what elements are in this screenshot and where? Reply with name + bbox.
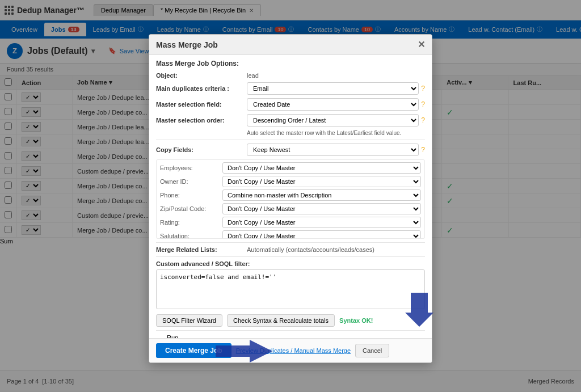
modal-overlay: Mass Merge Job ✕ Mass Merge Job Options:… bbox=[0, 0, 581, 391]
merge-related-label: Merge Related Lists: bbox=[156, 246, 247, 253]
auto-select-note: Auto select the master row with the Late… bbox=[247, 130, 425, 136]
master-selection-field-select[interactable]: Created Date bbox=[247, 98, 419, 111]
modal-header: Mass Merge Job ✕ bbox=[149, 35, 432, 55]
svg-marker-1 bbox=[216, 340, 272, 363]
modal: Mass Merge Job ✕ Mass Merge Job Options:… bbox=[149, 34, 432, 363]
cancel-button[interactable]: Cancel bbox=[355, 344, 389, 357]
main-dup-criteria-select[interactable]: Email bbox=[247, 82, 419, 95]
modal-body: Mass Merge Job Options: Object: lead Mai… bbox=[149, 55, 432, 338]
master-selection-order-label: Master selection order: bbox=[156, 117, 247, 124]
main-dup-criteria-row: Main duplicates criteria : Email ? bbox=[156, 82, 425, 95]
modal-footer: Create Merge Job Preview Duplicates / Ma… bbox=[149, 338, 432, 363]
copy-field-label: Rating: bbox=[160, 219, 222, 226]
copy-fields-item: Employees: Don't Copy / Use Master bbox=[160, 162, 421, 174]
soql-wizard-button[interactable]: SOQL Filter Wizard bbox=[156, 314, 222, 327]
master-selection-order-select[interactable]: Descending Order / Latest bbox=[247, 114, 419, 127]
merge-related-row: Merge Related Lists: Automatically (cont… bbox=[156, 246, 425, 253]
arrow-down-right-icon bbox=[394, 290, 433, 330]
svg-marker-0 bbox=[399, 293, 433, 327]
copy-fields-main-select[interactable]: Keep Newest bbox=[247, 144, 419, 156]
filter-buttons: SOQL Filter Wizard Check Syntax & Recalc… bbox=[156, 314, 425, 327]
copy-field-select[interactable]: Don't Copy / Use Master bbox=[222, 203, 421, 214]
master-selection-field-label: Master selection field: bbox=[156, 101, 247, 108]
copy-field-label: Employees: bbox=[160, 165, 222, 171]
run-auto-row: Run automatically on Day of month or Day… bbox=[156, 334, 425, 338]
soql-filter-textarea[interactable] bbox=[156, 269, 425, 309]
arrow-right-icon bbox=[216, 340, 272, 363]
syntax-ok-label: Syntax OK! bbox=[339, 317, 373, 324]
modal-title: Mass Merge Job bbox=[156, 40, 218, 49]
copy-field-select[interactable]: Don't Copy / Use Master bbox=[222, 176, 421, 187]
copy-field-select[interactable]: Don't Copy / Use Master bbox=[222, 217, 421, 228]
master-field-help-icon[interactable]: ? bbox=[421, 100, 425, 108]
copy-fields-item: Owner ID: Don't Copy / Use Master bbox=[160, 176, 421, 187]
copy-fields-item: Salutation: Don't Copy / Use Master bbox=[160, 230, 421, 239]
check-syntax-button[interactable]: Check Syntax & Recalculate totals bbox=[227, 314, 335, 327]
copy-fields-header-row: Copy Fields: Keep Newest ? bbox=[156, 144, 425, 156]
copy-fields-item: Rating: Don't Copy / Use Master bbox=[160, 217, 421, 228]
object-row: Object: lead bbox=[156, 72, 425, 79]
copy-field-select[interactable]: Don't Copy / Use Master bbox=[222, 230, 421, 239]
master-selection-field-row: Master selection field: Created Date ? bbox=[156, 98, 425, 111]
main-dup-criteria-help-icon[interactable]: ? bbox=[421, 85, 425, 92]
modal-close-button[interactable]: ✕ bbox=[418, 39, 425, 50]
copy-field-select[interactable]: Don't Copy / Use Master bbox=[222, 162, 421, 174]
copy-field-label: Owner ID: bbox=[160, 178, 222, 185]
run-auto-label: Run automatically on bbox=[167, 334, 203, 338]
copy-fields-label: Copy Fields: bbox=[156, 146, 247, 153]
copy-field-select[interactable]: Combine non-master with Description bbox=[222, 189, 421, 201]
object-label: Object: bbox=[156, 72, 247, 79]
copy-fields-item: Zip/Postal Code: Don't Copy / Use Master bbox=[160, 203, 421, 214]
master-order-help-icon[interactable]: ? bbox=[421, 116, 425, 124]
copy-field-label: Phone: bbox=[160, 192, 222, 199]
copy-field-label: Salutation: bbox=[160, 233, 222, 239]
custom-filter-label: Custom advanced / SOQL filter: bbox=[156, 260, 425, 267]
master-selection-order-row: Master selection order: Descending Order… bbox=[156, 114, 425, 127]
merge-related-value: Automatically (contacts/accounts/leads/c… bbox=[247, 246, 374, 253]
object-value: lead bbox=[247, 72, 259, 79]
copy-fields-item: Phone: Combine non-master with Descripti… bbox=[160, 189, 421, 201]
copy-fields-scroll: Employees: Don't Copy / Use Master Owner… bbox=[156, 159, 425, 239]
copy-fields-help-icon[interactable]: ? bbox=[421, 146, 425, 154]
main-dup-criteria-label: Main duplicates criteria : bbox=[156, 85, 247, 92]
modal-options-title: Mass Merge Job Options: bbox=[156, 60, 425, 68]
copy-field-label: Zip/Postal Code: bbox=[160, 205, 222, 212]
